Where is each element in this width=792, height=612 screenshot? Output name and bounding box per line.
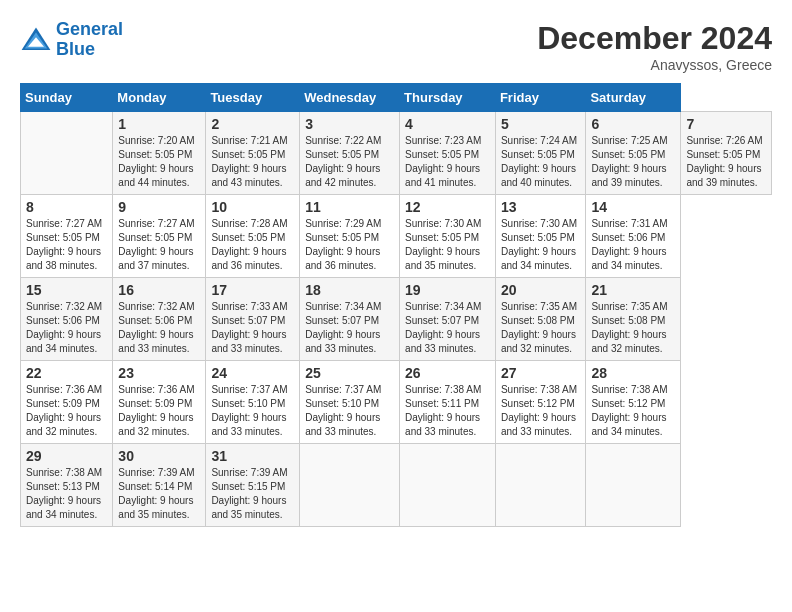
day-info: Sunrise: 7:36 AM Sunset: 5:09 PM Dayligh… xyxy=(26,383,107,439)
calendar-cell: 24 Sunrise: 7:37 AM Sunset: 5:10 PM Dayl… xyxy=(206,361,300,444)
day-number: 11 xyxy=(305,199,394,215)
calendar-cell xyxy=(586,444,681,527)
day-number: 24 xyxy=(211,365,294,381)
day-number: 23 xyxy=(118,365,200,381)
day-info: Sunrise: 7:30 AM Sunset: 5:05 PM Dayligh… xyxy=(405,217,490,273)
header-cell-saturday: Saturday xyxy=(586,84,681,112)
day-info: Sunrise: 7:23 AM Sunset: 5:05 PM Dayligh… xyxy=(405,134,490,190)
day-number: 17 xyxy=(211,282,294,298)
day-info: Sunrise: 7:34 AM Sunset: 5:07 PM Dayligh… xyxy=(305,300,394,356)
calendar-cell: 28 Sunrise: 7:38 AM Sunset: 5:12 PM Dayl… xyxy=(586,361,681,444)
calendar-cell: 3 Sunrise: 7:22 AM Sunset: 5:05 PM Dayli… xyxy=(300,112,400,195)
day-number: 13 xyxy=(501,199,581,215)
week-row-3: 15 Sunrise: 7:32 AM Sunset: 5:06 PM Dayl… xyxy=(21,278,772,361)
day-info: Sunrise: 7:36 AM Sunset: 5:09 PM Dayligh… xyxy=(118,383,200,439)
header-cell-sunday: Sunday xyxy=(21,84,113,112)
day-number: 25 xyxy=(305,365,394,381)
day-info: Sunrise: 7:27 AM Sunset: 5:05 PM Dayligh… xyxy=(118,217,200,273)
day-info: Sunrise: 7:20 AM Sunset: 5:05 PM Dayligh… xyxy=(118,134,200,190)
day-info: Sunrise: 7:35 AM Sunset: 5:08 PM Dayligh… xyxy=(591,300,675,356)
header-row: SundayMondayTuesdayWednesdayThursdayFrid… xyxy=(21,84,772,112)
day-number: 6 xyxy=(591,116,675,132)
day-number: 5 xyxy=(501,116,581,132)
calendar-cell: 7 Sunrise: 7:26 AM Sunset: 5:05 PM Dayli… xyxy=(681,112,772,195)
logo-icon xyxy=(20,26,52,54)
week-row-1: 1 Sunrise: 7:20 AM Sunset: 5:05 PM Dayli… xyxy=(21,112,772,195)
calendar-cell: 17 Sunrise: 7:33 AM Sunset: 5:07 PM Dayl… xyxy=(206,278,300,361)
month-title: December 2024 xyxy=(537,20,772,57)
day-number: 26 xyxy=(405,365,490,381)
day-info: Sunrise: 7:21 AM Sunset: 5:05 PM Dayligh… xyxy=(211,134,294,190)
day-number: 16 xyxy=(118,282,200,298)
day-number: 20 xyxy=(501,282,581,298)
calendar-cell: 1 Sunrise: 7:20 AM Sunset: 5:05 PM Dayli… xyxy=(113,112,206,195)
calendar-cell: 9 Sunrise: 7:27 AM Sunset: 5:05 PM Dayli… xyxy=(113,195,206,278)
day-info: Sunrise: 7:30 AM Sunset: 5:05 PM Dayligh… xyxy=(501,217,581,273)
day-number: 14 xyxy=(591,199,675,215)
location-subtitle: Anavyssos, Greece xyxy=(537,57,772,73)
day-info: Sunrise: 7:31 AM Sunset: 5:06 PM Dayligh… xyxy=(591,217,675,273)
title-block: December 2024 Anavyssos, Greece xyxy=(537,20,772,73)
calendar-cell: 13 Sunrise: 7:30 AM Sunset: 5:05 PM Dayl… xyxy=(495,195,586,278)
calendar-cell: 25 Sunrise: 7:37 AM Sunset: 5:10 PM Dayl… xyxy=(300,361,400,444)
day-info: Sunrise: 7:39 AM Sunset: 5:15 PM Dayligh… xyxy=(211,466,294,522)
calendar-cell: 10 Sunrise: 7:28 AM Sunset: 5:05 PM Dayl… xyxy=(206,195,300,278)
day-number: 7 xyxy=(686,116,766,132)
calendar-cell: 31 Sunrise: 7:39 AM Sunset: 5:15 PM Dayl… xyxy=(206,444,300,527)
calendar-cell: 8 Sunrise: 7:27 AM Sunset: 5:05 PM Dayli… xyxy=(21,195,113,278)
day-info: Sunrise: 7:26 AM Sunset: 5:05 PM Dayligh… xyxy=(686,134,766,190)
day-info: Sunrise: 7:38 AM Sunset: 5:12 PM Dayligh… xyxy=(591,383,675,439)
day-info: Sunrise: 7:24 AM Sunset: 5:05 PM Dayligh… xyxy=(501,134,581,190)
day-number: 3 xyxy=(305,116,394,132)
day-info: Sunrise: 7:38 AM Sunset: 5:13 PM Dayligh… xyxy=(26,466,107,522)
day-info: Sunrise: 7:33 AM Sunset: 5:07 PM Dayligh… xyxy=(211,300,294,356)
day-info: Sunrise: 7:32 AM Sunset: 5:06 PM Dayligh… xyxy=(26,300,107,356)
day-info: Sunrise: 7:37 AM Sunset: 5:10 PM Dayligh… xyxy=(305,383,394,439)
day-number: 19 xyxy=(405,282,490,298)
calendar-cell: 19 Sunrise: 7:34 AM Sunset: 5:07 PM Dayl… xyxy=(400,278,496,361)
day-info: Sunrise: 7:29 AM Sunset: 5:05 PM Dayligh… xyxy=(305,217,394,273)
calendar-cell: 11 Sunrise: 7:29 AM Sunset: 5:05 PM Dayl… xyxy=(300,195,400,278)
day-number: 10 xyxy=(211,199,294,215)
calendar-cell xyxy=(495,444,586,527)
calendar-cell: 30 Sunrise: 7:39 AM Sunset: 5:14 PM Dayl… xyxy=(113,444,206,527)
day-number: 27 xyxy=(501,365,581,381)
week-row-4: 22 Sunrise: 7:36 AM Sunset: 5:09 PM Dayl… xyxy=(21,361,772,444)
day-number: 9 xyxy=(118,199,200,215)
calendar-cell: 4 Sunrise: 7:23 AM Sunset: 5:05 PM Dayli… xyxy=(400,112,496,195)
day-number: 31 xyxy=(211,448,294,464)
day-info: Sunrise: 7:38 AM Sunset: 5:12 PM Dayligh… xyxy=(501,383,581,439)
logo: General Blue xyxy=(20,20,123,60)
day-number: 12 xyxy=(405,199,490,215)
calendar-cell xyxy=(400,444,496,527)
day-number: 15 xyxy=(26,282,107,298)
calendar-cell: 23 Sunrise: 7:36 AM Sunset: 5:09 PM Dayl… xyxy=(113,361,206,444)
day-number: 30 xyxy=(118,448,200,464)
calendar-cell: 27 Sunrise: 7:38 AM Sunset: 5:12 PM Dayl… xyxy=(495,361,586,444)
day-number: 4 xyxy=(405,116,490,132)
calendar-cell: 18 Sunrise: 7:34 AM Sunset: 5:07 PM Dayl… xyxy=(300,278,400,361)
day-number: 8 xyxy=(26,199,107,215)
calendar-cell: 20 Sunrise: 7:35 AM Sunset: 5:08 PM Dayl… xyxy=(495,278,586,361)
calendar-cell: 29 Sunrise: 7:38 AM Sunset: 5:13 PM Dayl… xyxy=(21,444,113,527)
day-info: Sunrise: 7:22 AM Sunset: 5:05 PM Dayligh… xyxy=(305,134,394,190)
calendar-cell: 14 Sunrise: 7:31 AM Sunset: 5:06 PM Dayl… xyxy=(586,195,681,278)
calendar-cell: 21 Sunrise: 7:35 AM Sunset: 5:08 PM Dayl… xyxy=(586,278,681,361)
calendar-cell: 22 Sunrise: 7:36 AM Sunset: 5:09 PM Dayl… xyxy=(21,361,113,444)
calendar-cell: 5 Sunrise: 7:24 AM Sunset: 5:05 PM Dayli… xyxy=(495,112,586,195)
header-cell-thursday: Thursday xyxy=(400,84,496,112)
calendar-cell xyxy=(21,112,113,195)
calendar-cell: 2 Sunrise: 7:21 AM Sunset: 5:05 PM Dayli… xyxy=(206,112,300,195)
calendar-cell: 16 Sunrise: 7:32 AM Sunset: 5:06 PM Dayl… xyxy=(113,278,206,361)
day-number: 29 xyxy=(26,448,107,464)
header-cell-monday: Monday xyxy=(113,84,206,112)
day-number: 2 xyxy=(211,116,294,132)
calendar-cell: 15 Sunrise: 7:32 AM Sunset: 5:06 PM Dayl… xyxy=(21,278,113,361)
header-cell-friday: Friday xyxy=(495,84,586,112)
calendar-cell: 12 Sunrise: 7:30 AM Sunset: 5:05 PM Dayl… xyxy=(400,195,496,278)
day-info: Sunrise: 7:35 AM Sunset: 5:08 PM Dayligh… xyxy=(501,300,581,356)
day-number: 1 xyxy=(118,116,200,132)
week-row-2: 8 Sunrise: 7:27 AM Sunset: 5:05 PM Dayli… xyxy=(21,195,772,278)
week-row-5: 29 Sunrise: 7:38 AM Sunset: 5:13 PM Dayl… xyxy=(21,444,772,527)
day-info: Sunrise: 7:34 AM Sunset: 5:07 PM Dayligh… xyxy=(405,300,490,356)
